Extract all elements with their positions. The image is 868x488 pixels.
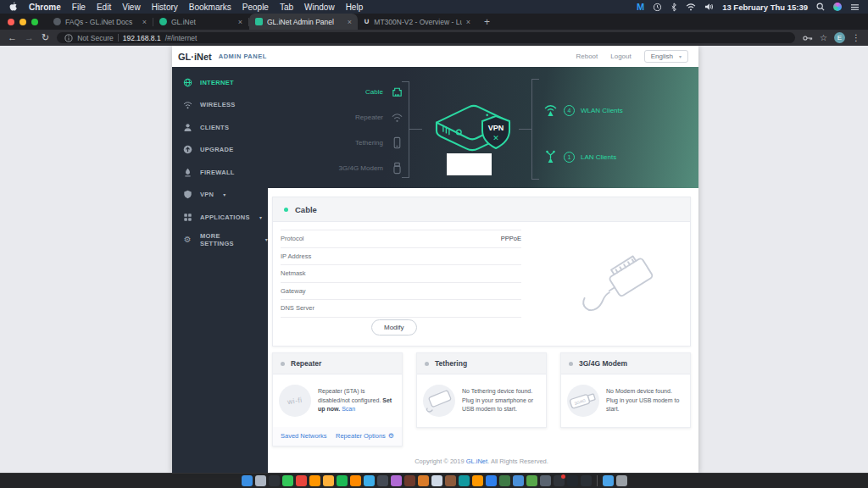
- dock-vlc-icon[interactable]: [350, 475, 361, 486]
- dock-finder-icon[interactable]: [242, 475, 253, 486]
- sidebar-item-firewall[interactable]: FIREWALL: [172, 161, 268, 184]
- source-label: Tethering: [355, 139, 383, 147]
- repeater-options-link[interactable]: Repeater Options⚙: [336, 432, 394, 440]
- minimize-window-button[interactable]: [19, 19, 26, 25]
- new-tab-button[interactable]: +: [484, 16, 490, 28]
- table-row: ProtocolPPPoE: [281, 230, 521, 248]
- address-bar[interactable]: Not Secure 192.168.8.1/#/internet: [57, 32, 795, 43]
- row-value: PPPoE: [501, 235, 521, 242]
- dock-unity-cube-icon[interactable]: [526, 475, 537, 486]
- wlan-clients[interactable]: 4 WLAN Clients: [543, 101, 623, 119]
- dock-terminal-2-icon[interactable]: [581, 475, 592, 486]
- dock-weather-cloud-icon[interactable]: [431, 475, 442, 486]
- dock-safari-icon[interactable]: [255, 475, 266, 486]
- close-icon[interactable]: ×: [348, 18, 352, 26]
- maximize-window-button[interactable]: [31, 19, 38, 25]
- dock-vscode-icon[interactable]: [486, 475, 497, 486]
- dock-paint-palette-icon[interactable]: [391, 475, 402, 486]
- dock-obs-icon[interactable]: [554, 475, 565, 486]
- source-cable[interactable]: Cable: [285, 80, 403, 103]
- logout-button[interactable]: Logout: [610, 53, 631, 60]
- info-icon[interactable]: [64, 34, 73, 42]
- dock-sublime-text-icon[interactable]: [472, 475, 483, 486]
- dock-discord-icon[interactable]: [377, 475, 388, 486]
- menubar-clock[interactable]: 13 February Thu 15:39: [722, 3, 808, 12]
- bookmark-star-icon[interactable]: ☆: [820, 33, 827, 42]
- back-icon[interactable]: ←: [8, 33, 17, 42]
- tab-luci[interactable]: ∪ MT300N-V2 - Overview - LuCI ×: [358, 14, 476, 30]
- dock-firefox-icon[interactable]: [309, 475, 320, 486]
- language-select[interactable]: English ▾: [644, 50, 688, 63]
- dock-coffee-icon[interactable]: [445, 475, 456, 486]
- dock-messages-dark-icon[interactable]: [269, 475, 280, 486]
- menubar-item-tab[interactable]: Tab: [280, 3, 293, 12]
- sidebar-item-internet[interactable]: INTERNET: [172, 71, 268, 94]
- dock-fireplace-icon[interactable]: [404, 475, 415, 486]
- dock-trash-icon[interactable]: [616, 475, 627, 486]
- sidebar-item-clients[interactable]: CLIENTS: [172, 116, 268, 139]
- mountain-app-icon[interactable]: M: [637, 3, 644, 12]
- bluetooth-icon[interactable]: [670, 3, 677, 12]
- menubar-item-view[interactable]: View: [122, 3, 141, 12]
- menubar-item-file[interactable]: File: [72, 3, 86, 12]
- reload-icon[interactable]: ↻: [42, 33, 49, 42]
- reboot-button[interactable]: Reboot: [576, 53, 598, 60]
- source-repeater[interactable]: Repeater: [285, 106, 403, 128]
- scan-link[interactable]: Scan: [342, 406, 355, 412]
- tab-glinet-admin-panel[interactable]: GL.iNet Admin Panel ×: [249, 14, 358, 30]
- modify-button[interactable]: Modify: [371, 319, 417, 336]
- chrome-menu-icon[interactable]: ⋮: [852, 33, 860, 42]
- notification-center-icon[interactable]: [850, 3, 860, 11]
- password-key-icon[interactable]: [803, 35, 813, 42]
- sidebar-item-applications[interactable]: APPLICATIONS ▾: [172, 206, 268, 229]
- dock-qbittorrent-icon[interactable]: [364, 475, 375, 486]
- menubar-item-window[interactable]: Window: [304, 3, 335, 12]
- close-icon[interactable]: ×: [466, 18, 470, 26]
- time-machine-icon[interactable]: [653, 3, 662, 12]
- sidebar-item-upgrade[interactable]: UPGRADE: [172, 139, 268, 162]
- profile-avatar[interactable]: E: [834, 32, 845, 43]
- tab-glinet[interactable]: GL.iNet ×: [153, 14, 248, 30]
- sidebar-item-more-settings[interactable]: ⚙ MORE SETTINGS ▾: [172, 229, 268, 252]
- dock-messages-icon[interactable]: [282, 475, 293, 486]
- close-icon[interactable]: ×: [238, 18, 242, 26]
- dock-spotify-icon[interactable]: [337, 475, 348, 486]
- saved-networks-link[interactable]: Saved Networks: [281, 432, 327, 440]
- dock-photos-green-icon[interactable]: [499, 475, 510, 486]
- apple-icon[interactable]: [8, 2, 18, 12]
- dock-document-blue-icon[interactable]: [513, 475, 524, 486]
- dock-satellite-icon[interactable]: [540, 475, 551, 486]
- dock-chrome-icon[interactable]: [296, 475, 307, 486]
- menubar-item-people[interactable]: People: [242, 3, 269, 12]
- volume-icon[interactable]: [704, 3, 714, 11]
- sidebar-item-wireless[interactable]: WIRELESS: [172, 94, 268, 117]
- status-dot: [284, 208, 288, 212]
- tab-glinet-docs[interactable]: FAQs - GL.iNet Docs ×: [47, 14, 153, 30]
- close-window-button[interactable]: [8, 19, 14, 25]
- dock-arduino-icon[interactable]: [459, 475, 470, 486]
- tethering-text: No Tethering device found. Plug in your …: [462, 387, 540, 415]
- lan-clients[interactable]: 1 LAN Clients: [543, 147, 616, 166]
- cable-panel-header: Cable: [273, 197, 690, 222]
- source-modem[interactable]: 3G/4G Modem: [285, 157, 403, 179]
- sidebar-item-vpn[interactable]: VPN ▾: [172, 184, 268, 207]
- dock-separator: [597, 475, 598, 486]
- spotlight-icon[interactable]: [816, 3, 825, 11]
- dock-flame-icon[interactable]: [418, 475, 429, 486]
- menubar-item-edit[interactable]: Edit: [97, 3, 111, 12]
- wlan-count-badge: 4: [564, 105, 575, 116]
- forward-icon[interactable]: →: [25, 33, 34, 42]
- menubar-item-history[interactable]: History: [152, 3, 178, 12]
- menubar-item-bookmarks[interactable]: Bookmarks: [189, 3, 231, 12]
- menubar-item-help[interactable]: Help: [346, 3, 364, 12]
- dock-terminal-1-icon[interactable]: [567, 475, 578, 486]
- menubar-item-chrome[interactable]: Chrome: [29, 3, 61, 12]
- close-icon[interactable]: ×: [142, 18, 147, 26]
- glinet-footer-link[interactable]: GL.iNet: [466, 458, 487, 465]
- dock-firefox-developer-icon[interactable]: [323, 475, 334, 486]
- siri-icon[interactable]: [833, 3, 842, 11]
- chrome-tab-strip: FAQs - GL.iNet Docs × GL.iNet × GL.iNet …: [0, 14, 868, 30]
- dock-downloads-folder-icon[interactable]: [603, 475, 614, 486]
- source-tethering[interactable]: Tethering: [285, 131, 403, 153]
- wifi-icon[interactable]: [686, 3, 696, 11]
